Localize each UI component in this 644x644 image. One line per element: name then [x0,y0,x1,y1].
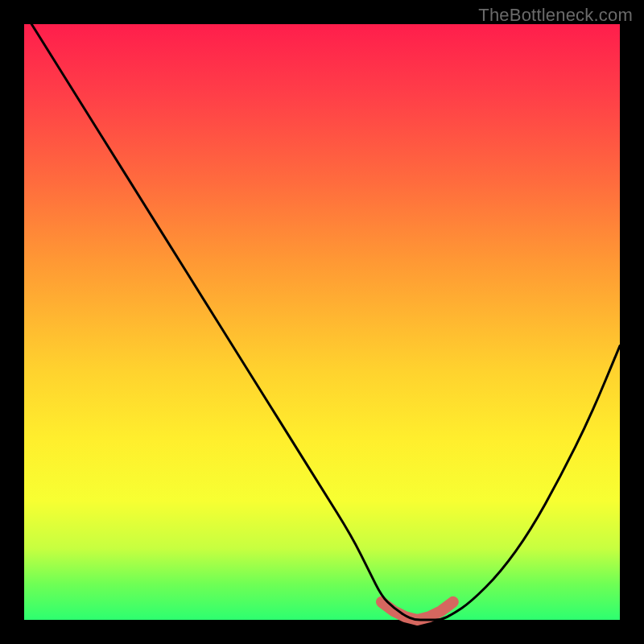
bottleneck-curve-path [24,12,620,620]
chart-frame: TheBottleneck.com [0,0,644,644]
plot-area [24,24,620,620]
chart-svg [24,24,620,620]
optimal-band-marker [382,602,453,620]
watermark-label: TheBottleneck.com [478,5,633,26]
